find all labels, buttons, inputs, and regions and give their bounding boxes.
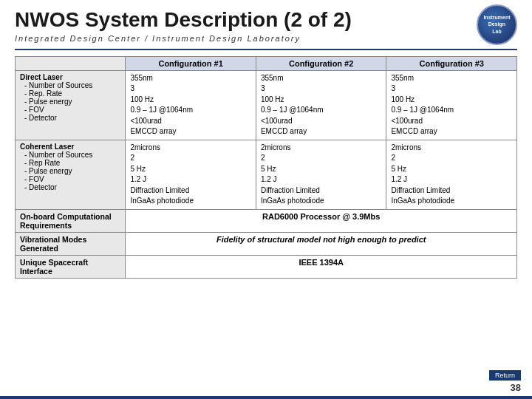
dl-sub4: - FOV	[20, 106, 120, 114]
logo-area: InstrumentDesignLab	[473, 6, 521, 43]
page: InstrumentDesignLab NWOS System Descript…	[0, 0, 532, 399]
dl-col1: 355nm 3 100 Hz 0.9 – 1J @1064nm <100urad…	[126, 70, 256, 140]
title-divider	[15, 49, 517, 50]
vibrational-label: Vibrational Modes Generated	[16, 232, 126, 255]
cl-col3: 2microns 2 5 Hz 1.2 J Diffraction Limite…	[386, 140, 517, 209]
dl-sub1: - Number of Sources	[20, 81, 120, 89]
cl-col1: 2microns 2 5 Hz 1.2 J Diffraction Limite…	[126, 140, 256, 209]
logo-icon: InstrumentDesignLab	[477, 4, 517, 45]
table-row: Coherent Laser - Number of Sources - Rep…	[16, 140, 517, 209]
main-table: Configuration #1 Configuration #2 Config…	[15, 56, 517, 279]
computational-value: RAD6000 Processor @ 3.9Mbs	[126, 209, 517, 232]
page-subtitle: Integrated Design Center / Instrument De…	[15, 34, 517, 43]
coherent-laser-label: Coherent Laser	[20, 143, 120, 151]
config2-header: Configuration #2	[256, 56, 386, 70]
dl-sub2: - Rep. Rate	[20, 89, 120, 98]
config3-header: Configuration #3	[386, 56, 517, 70]
empty-header	[16, 56, 126, 70]
vibrational-value: Fidelity of structural model not high en…	[126, 232, 517, 255]
cl-sub4: - FOV	[20, 175, 120, 183]
table-row: Vibrational Modes Generated Fidelity of …	[16, 232, 517, 255]
dl-sub5: - Detector	[20, 114, 120, 122]
config1-header: Configuration #1	[126, 56, 256, 70]
page-number: 38	[511, 382, 521, 393]
cl-sub1: - Number of Sources	[20, 151, 120, 159]
cl-sub5: - Detector	[20, 183, 120, 191]
table-row: Unique Spacecraft Interface IEEE 1394A	[16, 255, 517, 278]
table-row: On-board Computational Requirements RAD6…	[16, 209, 517, 232]
coherent-laser-header: Coherent Laser - Number of Sources - Rep…	[16, 140, 126, 209]
logo-text: InstrumentDesignLab	[483, 14, 510, 34]
return-button[interactable]: Return	[489, 370, 521, 381]
table-row: Direct Laser - Number of Sources - Rep. …	[16, 70, 517, 140]
dl-col2: 355nm 3 100 Hz 0.9 – 1J @1064nm <100urad…	[256, 70, 386, 140]
page-title: NWOS System Description (2 of 2)	[15, 7, 517, 33]
direct-laser-header: Direct Laser - Number of Sources - Rep. …	[16, 70, 126, 140]
cl-sub2: - Rep Rate	[20, 159, 120, 167]
bottom-bar	[0, 396, 532, 399]
cl-sub3: - Pulse energy	[20, 167, 120, 175]
dl-col3: 355nm 3 100 Hz 0.9 – 1J @1064nm <100urad…	[386, 70, 517, 140]
direct-laser-label: Direct Laser	[20, 73, 120, 81]
footer: Return 38	[489, 370, 521, 393]
computational-label: On-board Computational Requirements	[16, 209, 126, 232]
interface-value: IEEE 1394A	[126, 255, 517, 278]
cl-col2: 2microns 2 5 Hz 1.2 J Diffraction Limite…	[256, 140, 386, 209]
dl-sub3: - Pulse energy	[20, 98, 120, 106]
interface-label: Unique Spacecraft Interface	[16, 255, 126, 278]
